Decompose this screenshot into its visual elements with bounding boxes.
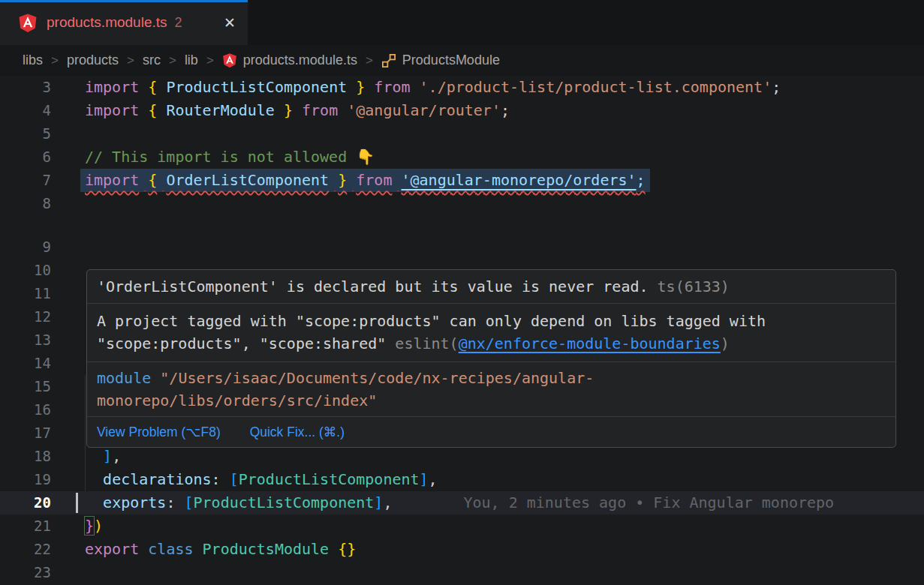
indent-guide [85, 375, 86, 398]
line-number[interactable]: 4 [0, 99, 51, 122]
indent-guide [85, 398, 86, 422]
line-number[interactable]: 10 [0, 259, 51, 282]
code-line-19[interactable]: 19 declarations: [ProductListComponent], [0, 468, 924, 491]
code-content[interactable] [85, 236, 924, 259]
tab-title: products.module.ts [47, 14, 167, 31]
code-line-23[interactable]: 23 [0, 561, 924, 584]
code-line-20[interactable]: 20 exports: [ProductListComponent],You, … [0, 491, 924, 514]
angular-icon [222, 52, 237, 68]
breadcrumb-file[interactable]: products.module.ts [222, 52, 357, 68]
line-number[interactable]: 12 [0, 305, 51, 328]
breadcrumb-symbol-label: ProductsModule [402, 52, 500, 68]
line-number[interactable]: 15 [0, 375, 51, 398]
code-line-22[interactable]: 22export class ProductsModule {} [0, 538, 924, 561]
module-path-block: module "/Users/isaac/Documents/code/nx-r… [87, 362, 895, 417]
tab-error-count-badge: 2 [175, 15, 182, 31]
line-number[interactable]: 6 [0, 146, 51, 169]
eslint-rule-link[interactable]: @nx/enforce-module-boundaries [459, 334, 721, 352]
code-line-3[interactable]: 3import { ProductListComponent } from '.… [0, 76, 924, 99]
code-content[interactable]: }) [85, 514, 924, 538]
breadcrumb-src[interactable]: src [143, 52, 161, 68]
eslint-message-line1: A project tagged with "scope:products" c… [97, 310, 886, 332]
line-number[interactable]: 5 [0, 122, 51, 146]
class-symbol-icon [381, 53, 396, 68]
line-number[interactable]: 9 [0, 236, 51, 259]
close-icon[interactable]: ✕ [224, 14, 236, 32]
module-path: "/Users/isaac/Documents/code/nx-recipes/… [97, 369, 594, 410]
line-number[interactable]: 11 [0, 282, 51, 305]
breadcrumb-libs[interactable]: libs [23, 52, 43, 68]
chevron-right-icon: > [206, 53, 214, 68]
tab-bar: products.module.ts 2 ✕ [0, 0, 924, 45]
line-number[interactable]: 16 [0, 398, 51, 422]
code-line-7[interactable]: 7import { OrderListComponent } from '@an… [0, 169, 924, 192]
indent-guide [85, 468, 86, 491]
breadcrumb: libs > products > src > lib > products.m… [0, 45, 924, 76]
line-number[interactable]: 19 [0, 468, 51, 491]
breadcrumb-symbol[interactable]: ProductsModule [381, 52, 500, 68]
code-content[interactable] [85, 561, 924, 584]
line-number[interactable]: 21 [0, 514, 51, 538]
code-line-5[interactable]: 5 [0, 122, 924, 146]
line-number[interactable]: 7 [0, 169, 51, 192]
hover-action-bar: View Problem (⌥F8) Quick Fix... (⌘.) [87, 417, 895, 447]
line-number[interactable]: 17 [0, 422, 51, 445]
chevron-right-icon: > [127, 53, 134, 68]
code-content[interactable]: import { ProductListComponent } from './… [85, 76, 924, 99]
line-number[interactable]: 22 [0, 538, 51, 561]
eslint-message-line2: "scope:products", "scope:shared" eslint(… [97, 332, 886, 355]
code-content[interactable] [85, 192, 924, 215]
breadcrumb-file-label: products.module.ts [243, 52, 357, 68]
code-content[interactable]: import { RouterModule } from '@angular/r… [85, 99, 924, 122]
code-content[interactable]: ], [85, 445, 924, 468]
view-problem-action[interactable]: View Problem (⌥F8) [97, 424, 221, 440]
tab-products-module[interactable]: products.module.ts 2 ✕ [0, 0, 248, 45]
line-number[interactable]: 18 [0, 445, 51, 468]
code-content[interactable]: export class ProductsModule {} [85, 538, 924, 561]
git-blame-annotation: You, 2 minutes ago • Fix Angular monorep… [463, 494, 834, 512]
code-content[interactable]: import { OrderListComponent } from '@ang… [85, 169, 924, 192]
active-tab-accent [0, 0, 248, 2]
module-keyword: module [97, 369, 151, 387]
breadcrumb-lib[interactable]: lib [185, 52, 198, 68]
eslint-diagnostic-message: A project tagged with "scope:products" c… [87, 304, 895, 362]
indent-guide [85, 445, 86, 468]
code-line-4[interactable]: 4import { RouterModule } from '@angular/… [0, 99, 924, 122]
line-number[interactable]: 23 [0, 561, 51, 584]
code-line-18[interactable]: 18 ], [0, 445, 924, 468]
line-number[interactable]: 14 [0, 352, 51, 375]
code-content[interactable] [85, 122, 924, 146]
angular-icon [18, 13, 38, 33]
code-editor[interactable]: 3import { ProductListComponent } from '.… [0, 76, 924, 585]
code-line-8[interactable]: 8 [0, 192, 924, 215]
code-content[interactable]: exports: [ProductListComponent],You, 2 m… [85, 491, 924, 514]
diagnostic-hover-popup: 'OrderListComponent' is declared but its… [86, 269, 896, 448]
line-number[interactable]: 13 [0, 328, 51, 352]
chevron-right-icon: > [51, 53, 59, 68]
chevron-right-icon: > [366, 53, 373, 68]
code-content[interactable]: // This import is not allowed 👇 [85, 146, 924, 169]
indent-guide [85, 422, 86, 445]
code-line-21[interactable]: 21}) [0, 514, 924, 538]
editor-gap [0, 215, 924, 236]
breadcrumb-products[interactable]: products [67, 52, 119, 68]
code-line-9[interactable]: 9 [0, 236, 924, 259]
line-number[interactable]: 20 [0, 491, 51, 514]
ts-diagnostic-message: 'OrderListComponent' is declared but its… [87, 270, 895, 304]
ts-message-text: 'OrderListComponent' is declared but its… [97, 278, 649, 296]
line-number[interactable]: 3 [0, 76, 51, 99]
line-number[interactable]: 8 [0, 192, 51, 215]
text-cursor [76, 493, 78, 513]
ts-diagnostic-source: ts(6133) [658, 278, 730, 296]
chevron-right-icon: > [169, 53, 176, 68]
eslint-diagnostic-source: eslint(@nx/enforce-module-boundaries) [395, 334, 730, 352]
code-content[interactable]: declarations: [ProductListComponent], [85, 468, 924, 491]
code-line-6[interactable]: 6// This import is not allowed 👇 [0, 146, 924, 169]
quick-fix-action[interactable]: Quick Fix... (⌘.) [250, 424, 345, 440]
